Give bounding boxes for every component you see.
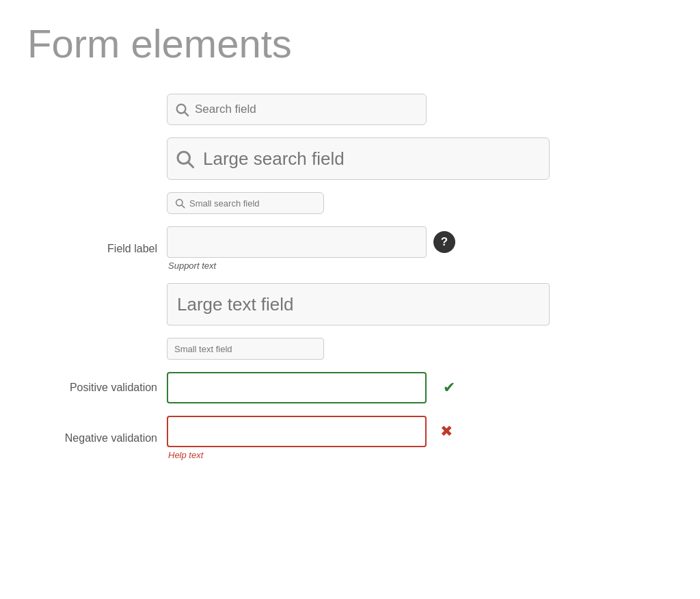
search-normal-input[interactable] [195, 103, 340, 116]
help-icon[interactable]: ? [433, 231, 455, 253]
text-large-input[interactable] [167, 283, 550, 325]
search-normal-row [167, 94, 663, 125]
check-icon: ✔ [443, 379, 455, 397]
search-normal-wrapper[interactable] [167, 94, 427, 125]
field-label-input[interactable] [167, 226, 427, 258]
negative-input[interactable] [167, 416, 427, 447]
field-label-text: Field label [48, 243, 157, 255]
negative-validation-row: Negative validation ✖ Help text [48, 416, 663, 460]
positive-input[interactable] [167, 372, 427, 403]
search-large-row [167, 137, 663, 180]
form-section: Field label ? Support text Positive vali… [48, 94, 663, 460]
search-large-wrapper[interactable] [167, 137, 550, 180]
positive-label: Positive validation [48, 382, 157, 394]
search-large-input[interactable] [203, 148, 425, 170]
search-icon [174, 102, 189, 117]
cross-icon: ✖ [440, 423, 453, 440]
text-small-input[interactable] [167, 338, 324, 360]
positive-validation-row: Positive validation ✔ [48, 372, 663, 403]
field-label-wrapper: ? Support text [167, 226, 455, 271]
negative-wrapper: ✖ Help text [167, 416, 453, 460]
search-small-row [167, 192, 663, 214]
support-text: Support text [168, 261, 455, 271]
search-small-icon [174, 198, 185, 209]
svg-line-3 [189, 163, 193, 168]
text-small-row [167, 338, 663, 360]
svg-line-1 [185, 112, 188, 116]
search-small-input[interactable] [189, 198, 304, 209]
svg-line-5 [182, 205, 185, 208]
page-title: Form elements [27, 21, 673, 66]
help-text: Help text [168, 450, 453, 460]
search-large-icon [174, 148, 195, 169]
search-small-wrapper[interactable] [167, 192, 324, 214]
text-large-row [167, 283, 663, 325]
negative-label: Negative validation [48, 432, 157, 444]
field-label-row: Field label ? Support text [48, 226, 663, 271]
